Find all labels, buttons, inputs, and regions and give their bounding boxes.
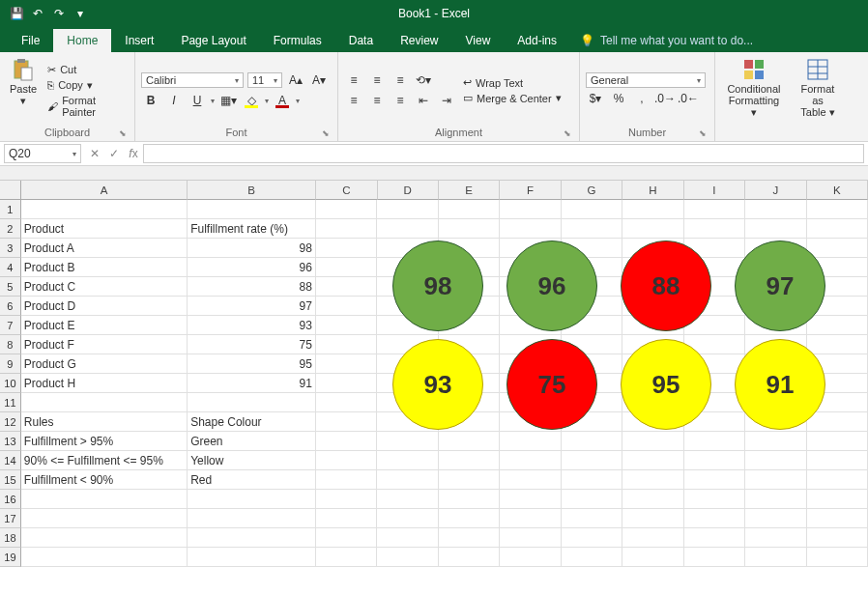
- cell[interactable]: [622, 548, 683, 567]
- tab-review[interactable]: Review: [387, 29, 451, 52]
- align-center-icon[interactable]: ≡: [367, 91, 387, 110]
- cell[interactable]: [562, 490, 622, 509]
- cell[interactable]: [622, 509, 683, 528]
- tab-formulas[interactable]: Formulas: [260, 29, 335, 52]
- save-icon[interactable]: 💾: [10, 7, 23, 20]
- cell[interactable]: [316, 412, 377, 432]
- cell[interactable]: [439, 432, 500, 451]
- col-header-C[interactable]: C: [316, 181, 377, 200]
- row-header[interactable]: 12: [0, 412, 21, 432]
- row-header[interactable]: 6: [0, 297, 21, 316]
- status-circle[interactable]: 97: [735, 240, 825, 331]
- cell[interactable]: [622, 528, 683, 548]
- row-header[interactable]: 14: [0, 451, 21, 470]
- cell[interactable]: Rules: [21, 412, 188, 432]
- cell[interactable]: [807, 335, 868, 354]
- cell[interactable]: [377, 451, 438, 470]
- cell[interactable]: [745, 509, 806, 528]
- cell[interactable]: [807, 528, 868, 548]
- cell[interactable]: [562, 509, 622, 528]
- cell[interactable]: [316, 219, 377, 239]
- status-circle[interactable]: 93: [392, 339, 483, 430]
- cell[interactable]: [684, 451, 745, 470]
- cell[interactable]: [500, 490, 561, 509]
- cell[interactable]: [807, 219, 868, 239]
- cell[interactable]: [500, 200, 561, 219]
- cell[interactable]: [562, 200, 622, 219]
- row-header[interactable]: 18: [0, 528, 21, 548]
- undo-icon[interactable]: ↶: [31, 7, 44, 20]
- font-name-select[interactable]: Calibri▾: [141, 72, 244, 88]
- cell[interactable]: [807, 412, 868, 432]
- cell[interactable]: [316, 239, 377, 258]
- cell[interactable]: [622, 432, 683, 451]
- font-color-button[interactable]: A: [273, 91, 292, 110]
- cell[interactable]: 95: [188, 354, 316, 374]
- orientation-icon[interactable]: ⟲▾: [414, 71, 433, 90]
- row-header[interactable]: 17: [0, 509, 21, 528]
- wrap-text-button[interactable]: ↩Wrap Text: [460, 75, 564, 90]
- cell[interactable]: Product E: [21, 316, 188, 335]
- cell[interactable]: [316, 200, 377, 219]
- dialog-launcher-icon[interactable]: ⬊: [119, 128, 127, 138]
- align-left-icon[interactable]: ≡: [344, 91, 363, 110]
- cell[interactable]: [807, 509, 868, 528]
- align-bottom-icon[interactable]: ≡: [391, 71, 410, 90]
- cancel-icon[interactable]: ✕: [85, 144, 104, 163]
- col-header-G[interactable]: G: [562, 181, 622, 200]
- cell[interactable]: [745, 432, 806, 451]
- cell[interactable]: Red: [188, 470, 316, 490]
- cell[interactable]: [562, 432, 622, 451]
- cell[interactable]: [377, 528, 438, 548]
- cell[interactable]: [745, 490, 806, 509]
- tab-data[interactable]: Data: [335, 29, 387, 52]
- enter-icon[interactable]: ✓: [104, 144, 124, 163]
- row-header[interactable]: 13: [0, 432, 21, 451]
- cell[interactable]: [562, 219, 622, 239]
- tell-me-search[interactable]: 💡Tell me what you want to do...: [570, 29, 763, 52]
- conditional-formatting-button[interactable]: ConditionalFormatting ▾: [721, 56, 787, 125]
- cell[interactable]: Fulfillment > 95%: [21, 432, 188, 451]
- cell[interactable]: [316, 490, 377, 509]
- col-header-A[interactable]: A: [21, 181, 188, 200]
- cell[interactable]: [439, 528, 500, 548]
- select-all-corner[interactable]: [0, 181, 21, 200]
- cell[interactable]: [684, 432, 745, 451]
- cell[interactable]: [188, 509, 316, 528]
- cell[interactable]: [807, 490, 868, 509]
- cell[interactable]: [562, 548, 622, 567]
- cell[interactable]: [684, 509, 745, 528]
- number-format-select[interactable]: General▾: [586, 72, 706, 88]
- cell[interactable]: [439, 451, 500, 470]
- cell[interactable]: [316, 470, 377, 490]
- col-header-I[interactable]: I: [684, 181, 745, 200]
- cell[interactable]: [500, 528, 561, 548]
- fx-icon[interactable]: fx: [124, 144, 143, 163]
- cell[interactable]: [188, 528, 316, 548]
- cell[interactable]: [21, 509, 188, 528]
- cell[interactable]: [377, 219, 438, 239]
- status-circle[interactable]: 91: [735, 339, 825, 430]
- format-as-table-button[interactable]: Format asTable ▾: [791, 56, 845, 125]
- cell[interactable]: [316, 297, 377, 316]
- cell[interactable]: [500, 548, 561, 567]
- decrease-font-icon[interactable]: A▾: [309, 71, 329, 90]
- cell[interactable]: [316, 354, 377, 374]
- italic-button[interactable]: I: [164, 91, 184, 110]
- cell[interactable]: 97: [188, 297, 316, 316]
- cell[interactable]: [807, 548, 868, 567]
- cell[interactable]: [684, 528, 745, 548]
- cell[interactable]: [807, 451, 868, 470]
- col-header-D[interactable]: D: [378, 181, 439, 200]
- copy-button[interactable]: ⎘Copy ▾: [44, 78, 129, 93]
- col-header-K[interactable]: K: [807, 181, 868, 200]
- cell[interactable]: [439, 490, 500, 509]
- name-box[interactable]: Q20▾: [4, 144, 81, 163]
- cell[interactable]: Product G: [21, 354, 188, 374]
- cell[interactable]: [316, 509, 377, 528]
- cell[interactable]: [188, 393, 316, 412]
- cell[interactable]: [745, 219, 806, 239]
- cell[interactable]: 88: [188, 277, 316, 297]
- row-header[interactable]: 9: [0, 354, 21, 374]
- cell[interactable]: [684, 490, 745, 509]
